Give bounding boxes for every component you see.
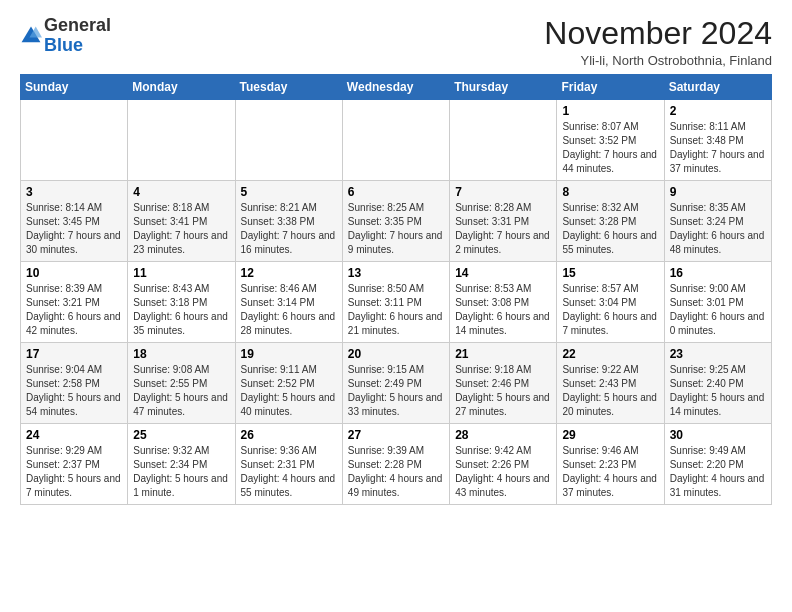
day-info: Sunrise: 9:15 AM Sunset: 2:49 PM Dayligh…	[348, 363, 444, 419]
table-row	[21, 100, 128, 181]
calendar-week-row: 10Sunrise: 8:39 AM Sunset: 3:21 PM Dayli…	[21, 262, 772, 343]
table-row: 13Sunrise: 8:50 AM Sunset: 3:11 PM Dayli…	[342, 262, 449, 343]
day-number: 7	[455, 185, 551, 199]
table-row: 11Sunrise: 8:43 AM Sunset: 3:18 PM Dayli…	[128, 262, 235, 343]
table-row: 1Sunrise: 8:07 AM Sunset: 3:52 PM Daylig…	[557, 100, 664, 181]
day-number: 22	[562, 347, 658, 361]
day-number: 28	[455, 428, 551, 442]
table-row: 2Sunrise: 8:11 AM Sunset: 3:48 PM Daylig…	[664, 100, 771, 181]
day-info: Sunrise: 8:46 AM Sunset: 3:14 PM Dayligh…	[241, 282, 337, 338]
day-number: 15	[562, 266, 658, 280]
day-info: Sunrise: 9:29 AM Sunset: 2:37 PM Dayligh…	[26, 444, 122, 500]
table-row: 4Sunrise: 8:18 AM Sunset: 3:41 PM Daylig…	[128, 181, 235, 262]
day-number: 11	[133, 266, 229, 280]
table-row	[450, 100, 557, 181]
day-info: Sunrise: 9:00 AM Sunset: 3:01 PM Dayligh…	[670, 282, 766, 338]
day-number: 19	[241, 347, 337, 361]
day-info: Sunrise: 8:43 AM Sunset: 3:18 PM Dayligh…	[133, 282, 229, 338]
table-row: 19Sunrise: 9:11 AM Sunset: 2:52 PM Dayli…	[235, 343, 342, 424]
day-info: Sunrise: 9:42 AM Sunset: 2:26 PM Dayligh…	[455, 444, 551, 500]
day-number: 8	[562, 185, 658, 199]
day-number: 30	[670, 428, 766, 442]
day-info: Sunrise: 8:32 AM Sunset: 3:28 PM Dayligh…	[562, 201, 658, 257]
table-row: 23Sunrise: 9:25 AM Sunset: 2:40 PM Dayli…	[664, 343, 771, 424]
day-info: Sunrise: 8:14 AM Sunset: 3:45 PM Dayligh…	[26, 201, 122, 257]
day-info: Sunrise: 8:53 AM Sunset: 3:08 PM Dayligh…	[455, 282, 551, 338]
day-info: Sunrise: 9:36 AM Sunset: 2:31 PM Dayligh…	[241, 444, 337, 500]
table-row: 22Sunrise: 9:22 AM Sunset: 2:43 PM Dayli…	[557, 343, 664, 424]
calendar-week-row: 3Sunrise: 8:14 AM Sunset: 3:45 PM Daylig…	[21, 181, 772, 262]
table-row	[235, 100, 342, 181]
table-row: 25Sunrise: 9:32 AM Sunset: 2:34 PM Dayli…	[128, 424, 235, 505]
day-info: Sunrise: 8:07 AM Sunset: 3:52 PM Dayligh…	[562, 120, 658, 176]
calendar-table: Sunday Monday Tuesday Wednesday Thursday…	[20, 74, 772, 505]
header-area: General Blue November 2024 Yli-li, North…	[20, 16, 772, 68]
table-row: 27Sunrise: 9:39 AM Sunset: 2:28 PM Dayli…	[342, 424, 449, 505]
table-row: 6Sunrise: 8:25 AM Sunset: 3:35 PM Daylig…	[342, 181, 449, 262]
location-subtitle: Yli-li, North Ostrobothnia, Finland	[544, 53, 772, 68]
day-number: 5	[241, 185, 337, 199]
table-row: 14Sunrise: 8:53 AM Sunset: 3:08 PM Dayli…	[450, 262, 557, 343]
calendar-header-row: Sunday Monday Tuesday Wednesday Thursday…	[21, 75, 772, 100]
day-info: Sunrise: 9:18 AM Sunset: 2:46 PM Dayligh…	[455, 363, 551, 419]
col-tuesday: Tuesday	[235, 75, 342, 100]
day-number: 3	[26, 185, 122, 199]
table-row: 18Sunrise: 9:08 AM Sunset: 2:55 PM Dayli…	[128, 343, 235, 424]
col-wednesday: Wednesday	[342, 75, 449, 100]
table-row: 30Sunrise: 9:49 AM Sunset: 2:20 PM Dayli…	[664, 424, 771, 505]
calendar-week-row: 1Sunrise: 8:07 AM Sunset: 3:52 PM Daylig…	[21, 100, 772, 181]
day-info: Sunrise: 8:57 AM Sunset: 3:04 PM Dayligh…	[562, 282, 658, 338]
table-row: 12Sunrise: 8:46 AM Sunset: 3:14 PM Dayli…	[235, 262, 342, 343]
logo: General Blue	[20, 16, 111, 56]
calendar-week-row: 24Sunrise: 9:29 AM Sunset: 2:37 PM Dayli…	[21, 424, 772, 505]
logo-icon	[20, 25, 42, 47]
day-number: 20	[348, 347, 444, 361]
table-row: 15Sunrise: 8:57 AM Sunset: 3:04 PM Dayli…	[557, 262, 664, 343]
day-number: 24	[26, 428, 122, 442]
title-area: November 2024 Yli-li, North Ostrobothnia…	[544, 16, 772, 68]
day-info: Sunrise: 8:35 AM Sunset: 3:24 PM Dayligh…	[670, 201, 766, 257]
page: General Blue November 2024 Yli-li, North…	[0, 0, 792, 612]
table-row: 16Sunrise: 9:00 AM Sunset: 3:01 PM Dayli…	[664, 262, 771, 343]
day-info: Sunrise: 8:18 AM Sunset: 3:41 PM Dayligh…	[133, 201, 229, 257]
day-number: 21	[455, 347, 551, 361]
day-number: 12	[241, 266, 337, 280]
day-number: 26	[241, 428, 337, 442]
table-row: 10Sunrise: 8:39 AM Sunset: 3:21 PM Dayli…	[21, 262, 128, 343]
day-info: Sunrise: 9:22 AM Sunset: 2:43 PM Dayligh…	[562, 363, 658, 419]
logo-general-text: General	[44, 15, 111, 35]
table-row: 28Sunrise: 9:42 AM Sunset: 2:26 PM Dayli…	[450, 424, 557, 505]
day-info: Sunrise: 9:49 AM Sunset: 2:20 PM Dayligh…	[670, 444, 766, 500]
day-info: Sunrise: 9:32 AM Sunset: 2:34 PM Dayligh…	[133, 444, 229, 500]
day-number: 23	[670, 347, 766, 361]
table-row: 17Sunrise: 9:04 AM Sunset: 2:58 PM Dayli…	[21, 343, 128, 424]
day-info: Sunrise: 8:28 AM Sunset: 3:31 PM Dayligh…	[455, 201, 551, 257]
day-number: 13	[348, 266, 444, 280]
day-number: 9	[670, 185, 766, 199]
day-number: 18	[133, 347, 229, 361]
table-row: 29Sunrise: 9:46 AM Sunset: 2:23 PM Dayli…	[557, 424, 664, 505]
day-number: 4	[133, 185, 229, 199]
day-info: Sunrise: 9:11 AM Sunset: 2:52 PM Dayligh…	[241, 363, 337, 419]
day-info: Sunrise: 9:25 AM Sunset: 2:40 PM Dayligh…	[670, 363, 766, 419]
table-row: 5Sunrise: 8:21 AM Sunset: 3:38 PM Daylig…	[235, 181, 342, 262]
table-row	[342, 100, 449, 181]
col-monday: Monday	[128, 75, 235, 100]
col-sunday: Sunday	[21, 75, 128, 100]
day-number: 16	[670, 266, 766, 280]
logo-blue-text: Blue	[44, 35, 83, 55]
table-row: 20Sunrise: 9:15 AM Sunset: 2:49 PM Dayli…	[342, 343, 449, 424]
table-row: 24Sunrise: 9:29 AM Sunset: 2:37 PM Dayli…	[21, 424, 128, 505]
day-info: Sunrise: 9:04 AM Sunset: 2:58 PM Dayligh…	[26, 363, 122, 419]
col-saturday: Saturday	[664, 75, 771, 100]
day-info: Sunrise: 9:46 AM Sunset: 2:23 PM Dayligh…	[562, 444, 658, 500]
day-info: Sunrise: 8:21 AM Sunset: 3:38 PM Dayligh…	[241, 201, 337, 257]
day-info: Sunrise: 9:39 AM Sunset: 2:28 PM Dayligh…	[348, 444, 444, 500]
day-number: 27	[348, 428, 444, 442]
table-row	[128, 100, 235, 181]
day-number: 10	[26, 266, 122, 280]
calendar-week-row: 17Sunrise: 9:04 AM Sunset: 2:58 PM Dayli…	[21, 343, 772, 424]
day-number: 17	[26, 347, 122, 361]
day-number: 6	[348, 185, 444, 199]
table-row: 8Sunrise: 8:32 AM Sunset: 3:28 PM Daylig…	[557, 181, 664, 262]
